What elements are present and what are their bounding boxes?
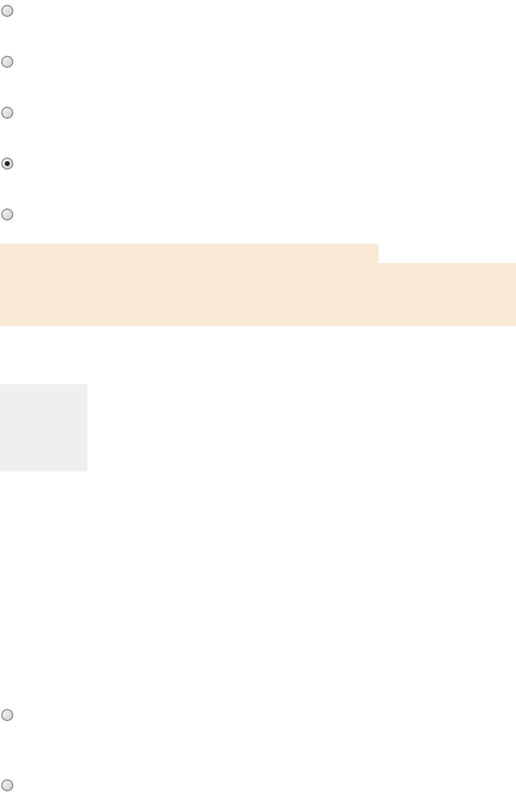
radio-item-6 <box>0 709 516 721</box>
radio-7[interactable] <box>1 779 13 791</box>
radio-item-2 <box>0 56 516 68</box>
radio-group-bottom <box>0 704 516 796</box>
spacer <box>0 326 516 384</box>
radio-item-4 <box>0 158 516 170</box>
banner-container <box>0 244 516 326</box>
spacer <box>0 471 516 704</box>
banner-full <box>0 263 516 326</box>
radio-3[interactable] <box>1 107 13 119</box>
radio-group-top <box>0 0 516 225</box>
radio-item-5 <box>0 208 516 221</box>
image-placeholder <box>0 384 87 471</box>
radio-item-7 <box>0 779 516 791</box>
radio-item-1 <box>0 5 516 17</box>
radio-4[interactable] <box>1 158 13 170</box>
radio-item-3 <box>0 107 516 119</box>
banner-top <box>0 244 379 263</box>
radio-6[interactable] <box>1 709 13 721</box>
radio-5[interactable] <box>1 208 13 221</box>
radio-1[interactable] <box>1 5 13 17</box>
radio-2[interactable] <box>1 56 13 68</box>
